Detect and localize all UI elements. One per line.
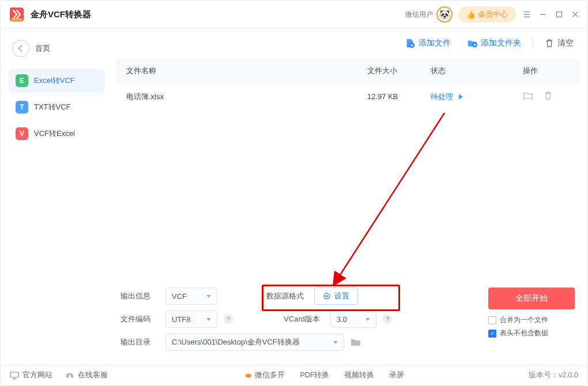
sidebar-item-label: VCF转Excel bbox=[34, 128, 75, 139]
header-skip-label: 表头不包含数据 bbox=[500, 328, 548, 338]
version-text: 版本号：v2.0.0 bbox=[529, 370, 578, 380]
footer: 官方网站 在线客服 微信多开 PDF转换 视频转换 录屏 版本号：v2.0.0 bbox=[1, 365, 587, 385]
chevron-down-icon bbox=[333, 341, 338, 344]
main-area: 添加文件 添加文件夹 清空 文件名称 文件大小 状态 操作 电话簿.xlsx 1… bbox=[110, 28, 587, 357]
svg-rect-8 bbox=[10, 372, 18, 377]
col-op: 操作 bbox=[523, 66, 569, 76]
thumbs-up-icon: 👍 bbox=[466, 10, 476, 19]
gear-icon bbox=[323, 292, 331, 300]
file-add-icon bbox=[405, 38, 415, 48]
svg-rect-1 bbox=[11, 18, 22, 21]
title-bar: 金舟VCF转换器 微信用户 🐼 👍 会员中心 bbox=[1, 1, 587, 28]
add-folder-label: 添加文件夹 bbox=[481, 38, 521, 48]
merge-checkbox[interactable]: 合并为一个文件 bbox=[488, 315, 575, 325]
output-info-label: 输出信息 bbox=[120, 291, 165, 301]
toolbar: 添加文件 添加文件夹 清空 bbox=[116, 28, 579, 58]
output-dir-label: 输出目录 bbox=[120, 337, 165, 347]
clear-label: 清空 bbox=[557, 38, 574, 48]
chevron-down-icon bbox=[365, 318, 370, 321]
member-center-label: 会员中心 bbox=[478, 9, 508, 20]
wechat-user-label: 微信用户 bbox=[405, 10, 433, 20]
file-name-cell: 电话簿.xlsx bbox=[126, 92, 367, 102]
home-label: 首页 bbox=[35, 43, 50, 54]
member-center-button[interactable]: 👍 会员中心 bbox=[458, 6, 516, 22]
start-all-button[interactable]: 全部开始 bbox=[488, 287, 575, 309]
folder-add-icon bbox=[467, 38, 477, 48]
trash-icon bbox=[545, 39, 554, 48]
checkbox-checked-icon bbox=[488, 330, 496, 338]
badge-icon: T bbox=[16, 101, 28, 113]
col-state: 状态 bbox=[431, 66, 523, 76]
close-button[interactable] bbox=[571, 10, 579, 18]
megaphone-icon bbox=[244, 372, 252, 380]
back-arrow-icon bbox=[12, 40, 29, 57]
chevron-down-icon bbox=[206, 318, 211, 321]
browse-folder-icon[interactable] bbox=[350, 336, 361, 348]
encoding-label: 文件编码 bbox=[120, 314, 165, 324]
menu-icon[interactable] bbox=[523, 10, 531, 18]
state-text: 待处理 bbox=[431, 92, 453, 102]
sidebar-item-label: Excel转VCF bbox=[34, 75, 75, 86]
col-name: 文件名称 bbox=[126, 66, 367, 76]
encoding-value: UTF8 bbox=[172, 315, 191, 324]
wechat-avatar[interactable]: 🐼 bbox=[436, 6, 453, 22]
svg-rect-2 bbox=[557, 12, 562, 17]
vcard-version-value: 3.0 bbox=[337, 315, 347, 324]
settings-button[interactable]: 设置 bbox=[314, 287, 358, 305]
footer-link-pdf[interactable]: PDF转换 bbox=[300, 370, 329, 380]
settings-panel: 输出信息 VCF 数据源格式 设置 文件编码 UTF8 bbox=[116, 282, 579, 357]
table-row[interactable]: 电话簿.xlsx 12.97 KB 待处理 bbox=[116, 84, 579, 110]
output-format-value: VCF bbox=[172, 292, 187, 301]
header-skip-checkbox[interactable]: 表头不包含数据 bbox=[488, 328, 575, 338]
clear-button[interactable]: 清空 bbox=[539, 35, 579, 52]
merge-label: 合并为一个文件 bbox=[500, 315, 548, 325]
minimize-button[interactable] bbox=[539, 10, 547, 18]
vcard-label: VCard版本 bbox=[268, 314, 320, 324]
sidebar-item-excel-to-vcf[interactable]: E Excel转VCF bbox=[9, 69, 104, 93]
file-size-cell: 12.97 KB bbox=[367, 92, 431, 101]
headset-icon bbox=[65, 371, 74, 380]
support-link[interactable]: 在线客服 bbox=[65, 370, 108, 380]
footer-link-wechat-multi[interactable]: 微信多开 bbox=[244, 370, 285, 380]
settings-button-label: 设置 bbox=[334, 291, 349, 301]
output-dir-select[interactable]: C:\Users\001\Desktop\金舟VCF转换器 bbox=[165, 334, 344, 351]
help-icon[interactable]: ? bbox=[382, 314, 393, 324]
svg-point-6 bbox=[326, 295, 328, 297]
help-icon[interactable]: ? bbox=[223, 314, 233, 324]
maximize-button[interactable] bbox=[555, 10, 563, 18]
file-state-cell: 待处理 bbox=[431, 92, 523, 102]
sidebar-item-txt-to-vcf[interactable]: T TXT转VCF bbox=[9, 95, 104, 119]
col-size: 文件大小 bbox=[367, 66, 431, 76]
checkbox-icon bbox=[488, 316, 496, 324]
output-dir-value: C:\Users\001\Desktop\金舟VCF转换器 bbox=[172, 337, 300, 347]
home-nav[interactable]: 首页 bbox=[9, 36, 104, 69]
footer-link-record[interactable]: 录屏 bbox=[389, 370, 404, 380]
support-label: 在线客服 bbox=[78, 370, 108, 380]
sidebar-item-vcf-to-excel[interactable]: V VCF转Excel bbox=[9, 122, 104, 146]
encoding-select[interactable]: UTF8 bbox=[165, 311, 217, 328]
start-all-label: 全部开始 bbox=[515, 293, 548, 304]
vcard-version-select[interactable]: 3.0 bbox=[330, 311, 376, 328]
table-header: 文件名称 文件大小 状态 操作 bbox=[116, 58, 579, 84]
badge-icon: V bbox=[16, 127, 28, 140]
official-site-label: 官方网站 bbox=[22, 370, 52, 380]
app-logo bbox=[9, 6, 25, 22]
badge-icon: E bbox=[16, 74, 28, 87]
play-icon[interactable] bbox=[459, 94, 463, 100]
footer-link-video[interactable]: 视频转换 bbox=[344, 370, 374, 380]
add-file-label: 添加文件 bbox=[419, 38, 451, 48]
chevron-down-icon bbox=[206, 295, 211, 298]
sidebar-item-label: TXT转VCF bbox=[34, 102, 71, 112]
app-title: 金舟VCF转换器 bbox=[31, 9, 91, 20]
add-file-button[interactable]: 添加文件 bbox=[399, 35, 457, 52]
open-folder-icon[interactable] bbox=[523, 90, 533, 103]
monitor-icon bbox=[10, 371, 19, 380]
add-folder-button[interactable]: 添加文件夹 bbox=[461, 35, 527, 52]
source-format-label: 数据源格式 bbox=[252, 291, 304, 301]
delete-row-icon[interactable] bbox=[544, 91, 553, 102]
output-format-select[interactable]: VCF bbox=[165, 287, 217, 305]
official-site-link[interactable]: 官方网站 bbox=[10, 370, 52, 380]
sidebar: 首页 E Excel转VCF T TXT转VCF V VCF转Excel bbox=[1, 28, 110, 357]
